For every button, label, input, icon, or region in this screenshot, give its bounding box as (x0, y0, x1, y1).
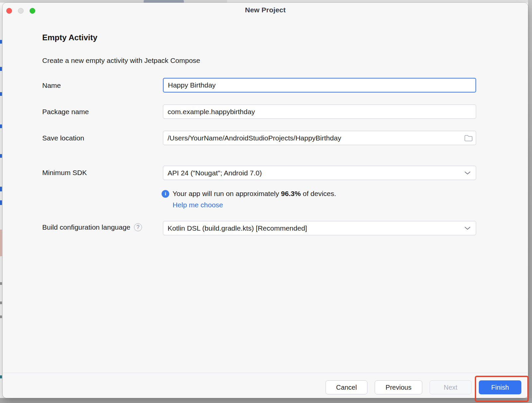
footer-divider (3, 373, 528, 373)
page-title: Empty Activity (42, 33, 97, 42)
background-bottom-strip (0, 398, 532, 403)
background-right-strip (528, 0, 532, 403)
chevron-down-icon (465, 227, 470, 230)
save-location-input[interactable] (163, 131, 476, 145)
build-config-label: Build configuration language (42, 223, 130, 231)
background-artifact (0, 67, 2, 71)
previous-button[interactable]: Previous (375, 380, 422, 394)
background-artifact (0, 302, 2, 304)
name-input[interactable] (163, 78, 476, 93)
build-config-label-row: Build configuration language ? (42, 223, 142, 231)
background-artifact (0, 282, 2, 285)
next-button: Next (430, 380, 471, 394)
package-name-input[interactable] (163, 104, 476, 119)
sdk-info-prefix: Your app will run on approximately (173, 190, 281, 197)
background-artifact (0, 230, 2, 256)
question-icon[interactable]: ? (134, 223, 142, 231)
background-artifact (0, 187, 2, 191)
cancel-button[interactable]: Cancel (326, 380, 367, 394)
chevron-down-icon (465, 171, 470, 175)
background-tab-fragment (144, 0, 184, 3)
background-artifact (0, 40, 2, 44)
background-artifact (0, 92, 2, 96)
finish-button[interactable]: Finish (479, 380, 521, 394)
screen: New Project Empty Activity Create a new … (0, 0, 532, 403)
name-label: Name (42, 82, 61, 90)
build-config-value: Kotlin DSL (build.gradle.kts) [Recommend… (168, 224, 307, 232)
minimum-sdk-value: API 24 ("Nougat"; Android 7.0) (168, 169, 262, 177)
page-subtitle: Create a new empty activity with Jetpack… (42, 57, 200, 65)
background-top-bar-light (227, 0, 532, 3)
minimum-sdk-label: Minimum SDK (42, 169, 87, 177)
background-artifact (0, 124, 2, 128)
minimum-sdk-select[interactable]: API 24 ("Nougat"; Android 7.0) (163, 166, 476, 180)
package-name-label: Package name (42, 108, 89, 116)
save-location-label: Save location (42, 134, 84, 142)
background-artifact (0, 200, 2, 205)
background-artifact (0, 315, 2, 318)
info-icon: i (162, 190, 169, 198)
sdk-info-text: Your app will run on approximately 96.3%… (173, 190, 336, 198)
help-me-choose-link[interactable]: Help me choose (173, 201, 223, 209)
build-config-select[interactable]: Kotlin DSL (build.gradle.kts) [Recommend… (163, 221, 476, 235)
background-artifact (0, 154, 2, 158)
sdk-info-suffix: of devices. (301, 190, 336, 197)
window-title: New Project (3, 6, 528, 14)
sdk-info-row: i Your app will run on approximately 96.… (162, 190, 336, 198)
folder-icon[interactable] (463, 134, 474, 142)
background-artifact (0, 375, 2, 378)
sdk-info-percent: 96.3% (281, 190, 301, 197)
